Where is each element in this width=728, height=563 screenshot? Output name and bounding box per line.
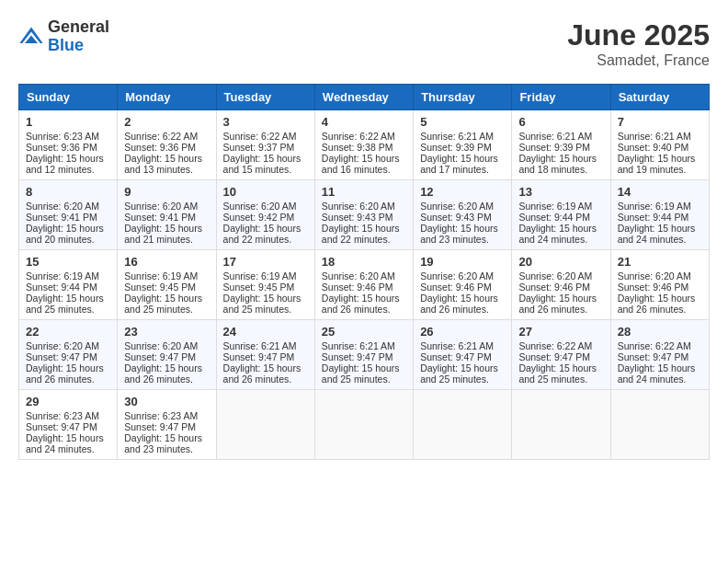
day-number: 8 <box>26 185 110 199</box>
daylight-text: Daylight: 15 hours and 26 minutes. <box>26 362 104 385</box>
daylight-text: Daylight: 15 hours and 25 minutes. <box>322 362 400 385</box>
sunrise-text: Sunrise: 6:22 AM <box>518 340 592 351</box>
sunset-text: Sunset: 9:46 PM <box>518 282 590 293</box>
sunrise-text: Sunrise: 6:21 AM <box>420 131 494 142</box>
sunrise-text: Sunrise: 6:19 AM <box>223 270 297 282</box>
sunset-text: Sunset: 9:45 PM <box>223 282 295 293</box>
day-number: 25 <box>322 325 406 339</box>
sunrise-text: Sunrise: 6:20 AM <box>420 270 494 282</box>
daylight-text: Daylight: 15 hours and 25 minutes. <box>420 362 498 385</box>
col-header-tuesday: Tuesday <box>216 85 314 110</box>
day-number: 12 <box>420 185 505 199</box>
sunset-text: Sunset: 9:36 PM <box>26 142 97 153</box>
sunset-text: Sunset: 9:47 PM <box>518 351 590 362</box>
daylight-text: Daylight: 15 hours and 26 minutes. <box>124 362 202 385</box>
day-number: 2 <box>124 115 209 129</box>
calendar-cell: 27 Sunrise: 6:22 AM Sunset: 9:47 PM Dayl… <box>512 320 610 390</box>
calendar-cell: 1 Sunrise: 6:23 AM Sunset: 9:36 PM Dayli… <box>19 110 118 180</box>
calendar-cell <box>314 390 413 460</box>
sunset-text: Sunset: 9:41 PM <box>26 212 97 223</box>
calendar-cell <box>216 390 314 460</box>
sunrise-text: Sunrise: 6:19 AM <box>124 270 198 282</box>
daylight-text: Daylight: 15 hours and 15 minutes. <box>223 153 301 175</box>
calendar-cell: 19 Sunrise: 6:20 AM Sunset: 9:46 PM Dayl… <box>414 250 512 320</box>
daylight-text: Daylight: 15 hours and 21 minutes. <box>124 223 202 245</box>
sunset-text: Sunset: 9:47 PM <box>124 351 196 362</box>
col-header-saturday: Saturday <box>610 85 709 110</box>
sunrise-text: Sunrise: 6:20 AM <box>223 201 297 212</box>
logo-general: General <box>48 18 109 37</box>
day-number: 15 <box>26 255 110 269</box>
day-number: 6 <box>518 115 603 129</box>
sunrise-text: Sunrise: 6:20 AM <box>420 201 494 212</box>
daylight-text: Daylight: 15 hours and 25 minutes. <box>223 293 301 315</box>
day-number: 16 <box>124 255 209 269</box>
sunset-text: Sunset: 9:47 PM <box>420 351 492 362</box>
sunrise-text: Sunrise: 6:21 AM <box>618 131 691 142</box>
sunrise-text: Sunrise: 6:19 AM <box>26 270 99 282</box>
calendar-cell <box>414 390 512 460</box>
daylight-text: Daylight: 15 hours and 23 minutes. <box>420 223 498 245</box>
sunset-text: Sunset: 9:47 PM <box>26 421 97 432</box>
calendar-cell: 21 Sunrise: 6:20 AM Sunset: 9:46 PM Dayl… <box>610 250 709 320</box>
calendar-cell: 4 Sunrise: 6:22 AM Sunset: 9:38 PM Dayli… <box>314 110 413 180</box>
calendar-week-row: 22 Sunrise: 6:20 AM Sunset: 9:47 PM Dayl… <box>19 320 710 390</box>
calendar-cell <box>610 390 709 460</box>
day-number: 5 <box>420 115 505 129</box>
day-number: 28 <box>618 325 702 339</box>
sunrise-text: Sunrise: 6:20 AM <box>124 340 198 351</box>
sunset-text: Sunset: 9:47 PM <box>223 351 295 362</box>
day-number: 7 <box>618 115 702 129</box>
calendar-cell: 3 Sunrise: 6:22 AM Sunset: 9:37 PM Dayli… <box>216 110 314 180</box>
logo-icon <box>18 24 44 50</box>
sunset-text: Sunset: 9:44 PM <box>26 282 97 293</box>
daylight-text: Daylight: 15 hours and 19 minutes. <box>618 153 696 175</box>
sunrise-text: Sunrise: 6:19 AM <box>518 201 592 212</box>
calendar-cell: 9 Sunrise: 6:20 AM Sunset: 9:41 PM Dayli… <box>118 180 216 250</box>
col-header-wednesday: Wednesday <box>314 85 413 110</box>
calendar-week-row: 1 Sunrise: 6:23 AM Sunset: 9:36 PM Dayli… <box>19 110 710 180</box>
sunset-text: Sunset: 9:46 PM <box>618 282 689 293</box>
calendar-week-row: 29 Sunrise: 6:23 AM Sunset: 9:47 PM Dayl… <box>19 390 710 460</box>
sunset-text: Sunset: 9:43 PM <box>420 212 492 223</box>
sunset-text: Sunset: 9:40 PM <box>618 142 689 153</box>
day-number: 30 <box>124 395 209 408</box>
month-title: June 2025 <box>567 18 710 52</box>
sunset-text: Sunset: 9:47 PM <box>124 421 196 432</box>
calendar-cell: 28 Sunrise: 6:22 AM Sunset: 9:47 PM Dayl… <box>610 320 709 390</box>
day-number: 11 <box>322 185 406 199</box>
calendar-cell: 16 Sunrise: 6:19 AM Sunset: 9:45 PM Dayl… <box>118 250 216 320</box>
sunrise-text: Sunrise: 6:20 AM <box>124 201 198 212</box>
sunset-text: Sunset: 9:37 PM <box>223 142 295 153</box>
daylight-text: Daylight: 15 hours and 18 minutes. <box>518 153 597 175</box>
location-title: Samadet, France <box>567 52 710 69</box>
day-number: 21 <box>618 255 702 269</box>
calendar-cell: 20 Sunrise: 6:20 AM Sunset: 9:46 PM Dayl… <box>512 250 610 320</box>
sunrise-text: Sunrise: 6:21 AM <box>322 340 395 351</box>
calendar-cell: 29 Sunrise: 6:23 AM Sunset: 9:47 PM Dayl… <box>19 390 118 460</box>
daylight-text: Daylight: 15 hours and 25 minutes. <box>124 293 202 315</box>
sunrise-text: Sunrise: 6:22 AM <box>618 340 691 351</box>
sunrise-text: Sunrise: 6:23 AM <box>26 410 99 421</box>
sunrise-text: Sunrise: 6:19 AM <box>618 201 691 212</box>
daylight-text: Daylight: 15 hours and 26 minutes. <box>322 293 400 315</box>
calendar-cell: 13 Sunrise: 6:19 AM Sunset: 9:44 PM Dayl… <box>512 180 610 250</box>
calendar-cell: 17 Sunrise: 6:19 AM Sunset: 9:45 PM Dayl… <box>216 250 314 320</box>
day-number: 4 <box>322 115 406 129</box>
sunset-text: Sunset: 9:39 PM <box>420 142 492 153</box>
sunrise-text: Sunrise: 6:20 AM <box>518 270 592 282</box>
col-header-friday: Friday <box>512 85 610 110</box>
daylight-text: Daylight: 15 hours and 26 minutes. <box>223 362 301 385</box>
sunset-text: Sunset: 9:42 PM <box>223 212 295 223</box>
daylight-text: Daylight: 15 hours and 24 minutes. <box>618 362 696 385</box>
daylight-text: Daylight: 15 hours and 26 minutes. <box>518 293 597 315</box>
sunrise-text: Sunrise: 6:22 AM <box>322 131 395 142</box>
calendar-cell: 18 Sunrise: 6:20 AM Sunset: 9:46 PM Dayl… <box>314 250 413 320</box>
sunset-text: Sunset: 9:44 PM <box>618 212 689 223</box>
sunset-text: Sunset: 9:41 PM <box>124 212 196 223</box>
day-number: 29 <box>26 395 110 408</box>
sunrise-text: Sunrise: 6:20 AM <box>26 340 99 351</box>
daylight-text: Daylight: 15 hours and 22 minutes. <box>322 223 400 245</box>
daylight-text: Daylight: 15 hours and 26 minutes. <box>420 293 498 315</box>
day-number: 19 <box>420 255 505 269</box>
